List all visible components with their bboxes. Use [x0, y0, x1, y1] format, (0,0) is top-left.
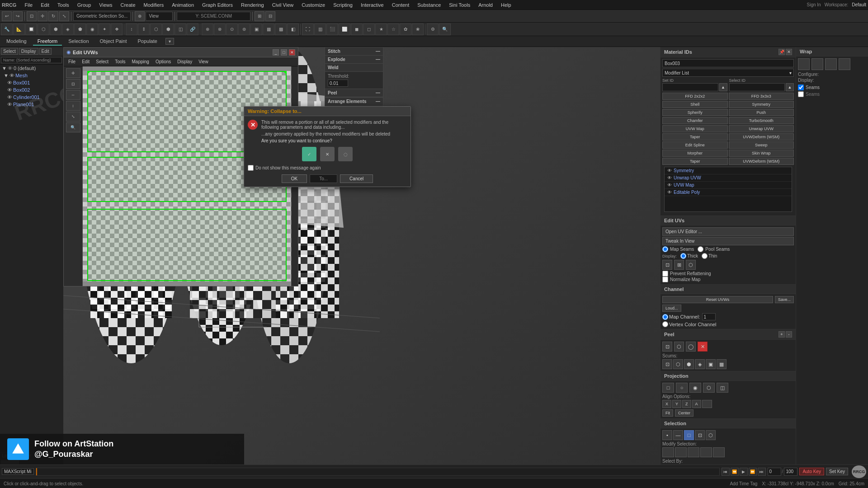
- align-y-btn[interactable]: Y: [672, 400, 681, 408]
- dialog-ok-btn[interactable]: OK: [282, 174, 307, 183]
- peel-collapse-btn[interactable]: -: [786, 331, 792, 338]
- play-back-btn[interactable]: ⏪: [731, 468, 739, 476]
- dialog-other-icon-btn[interactable]: ◌: [338, 147, 353, 161]
- wrap-seams-cb[interactable]: Seams: [798, 84, 866, 90]
- mod-btn-smooth[interactable]: Taper: [662, 133, 728, 141]
- toolbar-move[interactable]: ✛: [38, 11, 47, 21]
- mod-btn-taper[interactable]: Taper: [662, 158, 728, 165]
- uvw-nav-btn-3[interactable]: ↔: [66, 90, 80, 100]
- uvw-menu-tools[interactable]: Tools: [112, 59, 128, 65]
- wrap-icon-1[interactable]: [798, 58, 810, 70]
- uv-point-2[interactable]: [284, 71, 287, 73]
- play-btn[interactable]: ▶: [740, 468, 748, 476]
- mod-unwrap[interactable]: 👁 Unwrap UVW: [665, 174, 792, 182]
- icon-btn-34[interactable]: ❀: [412, 23, 424, 35]
- layer-plane001[interactable]: 👁 Plane001: [0, 101, 63, 108]
- menu-edit[interactable]: Edit: [37, 1, 53, 9]
- tweak-in-view-btn[interactable]: Tweak In View: [662, 237, 794, 245]
- menu-arnold[interactable]: Arnold: [475, 1, 496, 9]
- icon-btn-18[interactable]: ⊗: [214, 23, 226, 35]
- open-uv-editor-btn[interactable]: Open UV Editor ...: [662, 227, 794, 236]
- mod-btn-shell[interactable]: Shell: [662, 101, 728, 108]
- icon-btn-20[interactable]: ⊚: [238, 23, 250, 35]
- inspector-pin-btn[interactable]: 📌: [778, 49, 785, 55]
- mod-sel-btn-3[interactable]: [688, 447, 699, 457]
- icon-btn-27[interactable]: ⬛: [326, 23, 338, 35]
- toolbar-view[interactable]: ⊕: [135, 11, 145, 21]
- mod-btn-symmetry[interactable]: Symmetry: [729, 101, 794, 108]
- uvw-nav-btn-4[interactable]: ↕: [66, 101, 80, 111]
- uvw-menu-options[interactable]: Options: [153, 59, 174, 65]
- menu-content[interactable]: Content: [388, 1, 413, 9]
- seam-btn-1[interactable]: ⊡: [662, 359, 672, 369]
- icon-btn-17[interactable]: ⊕: [202, 23, 213, 35]
- uvw-nav-btn-2[interactable]: ⊡: [66, 79, 80, 89]
- dialog-confirm-icon-btn[interactable]: ✓: [302, 147, 316, 161]
- icon-btn-25[interactable]: ⛶: [302, 23, 314, 35]
- uv-icon-btn-1[interactable]: ⊡: [662, 260, 672, 270]
- play-prev-btn[interactable]: ⏮: [722, 468, 730, 476]
- frame-end-input[interactable]: [784, 468, 797, 476]
- menu-tools[interactable]: Tools: [54, 1, 73, 9]
- pool-seams-checkbox[interactable]: Pool Seams: [698, 246, 730, 252]
- toolbar-undo[interactable]: ↩: [2, 11, 12, 21]
- peel-icon-x[interactable]: ✕: [698, 342, 708, 352]
- icon-btn-29[interactable]: ◼: [351, 23, 363, 35]
- channel-header[interactable]: Channel: [660, 285, 796, 294]
- mod-btn-sweep[interactable]: Sweep: [729, 141, 794, 149]
- icon-btn-26[interactable]: ▥: [314, 23, 326, 35]
- layer-box001[interactable]: 👁 Box001: [0, 79, 63, 86]
- seam-btn-3[interactable]: ⬢: [684, 359, 694, 369]
- set-id-spinner-up[interactable]: ▲: [719, 83, 727, 91]
- set-id-input[interactable]: [662, 83, 718, 91]
- mod-btn-chamfer[interactable]: Chamfer: [662, 117, 728, 124]
- align-z-btn[interactable]: Z: [682, 400, 691, 408]
- workspace-value[interactable]: Default: [852, 2, 866, 7]
- sel-vertex-btn[interactable]: •: [662, 430, 672, 440]
- toolbar-select[interactable]: ⊡: [27, 11, 37, 21]
- mod-symmetry[interactable]: 👁 Symmetry: [665, 167, 792, 174]
- fit-btn[interactable]: Fit: [662, 409, 673, 417]
- tab-selection[interactable]: Selection: [64, 38, 93, 46]
- timeline-track[interactable]: [36, 468, 720, 476]
- mod-btn-spherify[interactable]: Spherify: [662, 109, 728, 116]
- proj-cylinder-btn[interactable]: ○: [676, 383, 688, 393]
- projection-header[interactable]: Projection: [660, 371, 796, 381]
- dialog-cancel-icon-btn[interactable]: ✕: [320, 147, 335, 161]
- menu-modifiers[interactable]: Modifiers: [140, 1, 168, 9]
- edit-uvs-header[interactable]: Edit UVs: [660, 216, 796, 225]
- vertex-color-radio[interactable]: Vertex Color Channel: [662, 321, 794, 327]
- mod-btn-editpoly[interactable]: UVWDeform (WSM): [729, 133, 794, 141]
- mod-btn-turbosmooth[interactable]: TurboSmooth: [729, 117, 794, 124]
- sign-in[interactable]: Sign In: [807, 2, 821, 7]
- align-x-btn[interactable]: X: [662, 400, 671, 408]
- edit-btn[interactable]: Edit: [39, 48, 52, 55]
- dialog-checkbox-row[interactable]: Do not show this message again: [248, 165, 407, 171]
- layer-0-default[interactable]: ▼ 👁 0 (default): [0, 65, 63, 72]
- icon-btn-36[interactable]: 🔍: [439, 23, 451, 35]
- layer-box002[interactable]: 👁 Box002: [0, 86, 63, 94]
- menu-group[interactable]: Group: [74, 1, 95, 9]
- prevent-reflattening-cb[interactable]: Prevent Reflattening: [662, 271, 794, 277]
- weld-threshold-input[interactable]: [328, 80, 348, 87]
- proj-sphere-btn[interactable]: ◉: [689, 383, 701, 393]
- center-btn[interactable]: Center: [675, 409, 693, 417]
- peel-header[interactable]: Peel —: [325, 89, 383, 97]
- icon-btn-12[interactable]: ⇕: [138, 23, 150, 35]
- dialog-checkbox[interactable]: [248, 165, 254, 171]
- seam-btn-5[interactable]: ▣: [706, 359, 716, 369]
- proj-face-btn[interactable]: ◫: [717, 383, 728, 393]
- add-time-tag[interactable]: Add Time Tag: [730, 481, 757, 486]
- menu-scripting[interactable]: Scripting: [330, 1, 356, 9]
- save-btn[interactable]: Save...: [775, 296, 794, 303]
- uvw-menu-mapping[interactable]: Mapping: [129, 59, 152, 65]
- selection-header[interactable]: Selection: [660, 419, 796, 428]
- icon-btn-33[interactable]: ✿: [400, 23, 411, 35]
- tab-freeform[interactable]: Freeform: [33, 38, 62, 46]
- wrap-icon-2[interactable]: [811, 58, 823, 70]
- uvw-nav-btn-1[interactable]: ✛: [66, 68, 80, 78]
- box-name-field[interactable]: Box003: [662, 59, 794, 67]
- icon-btn-28[interactable]: ⬜: [339, 23, 350, 35]
- icon-btn-35[interactable]: ⚙: [427, 23, 439, 35]
- explode-header[interactable]: Explode —: [325, 56, 383, 64]
